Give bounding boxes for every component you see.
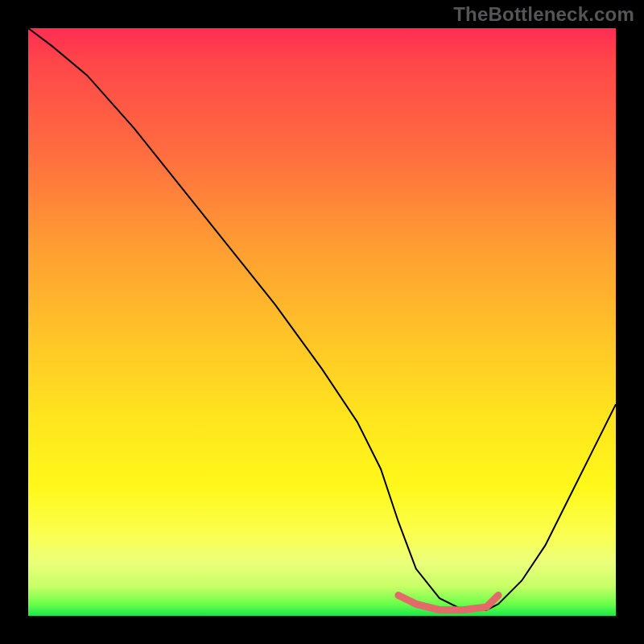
curve-layer	[28, 28, 616, 616]
chart-container: TheBottleneck.com	[0, 0, 644, 644]
watermark-text: TheBottleneck.com	[453, 3, 634, 26]
plot-area	[28, 28, 616, 616]
bottleneck-curve	[28, 28, 616, 610]
